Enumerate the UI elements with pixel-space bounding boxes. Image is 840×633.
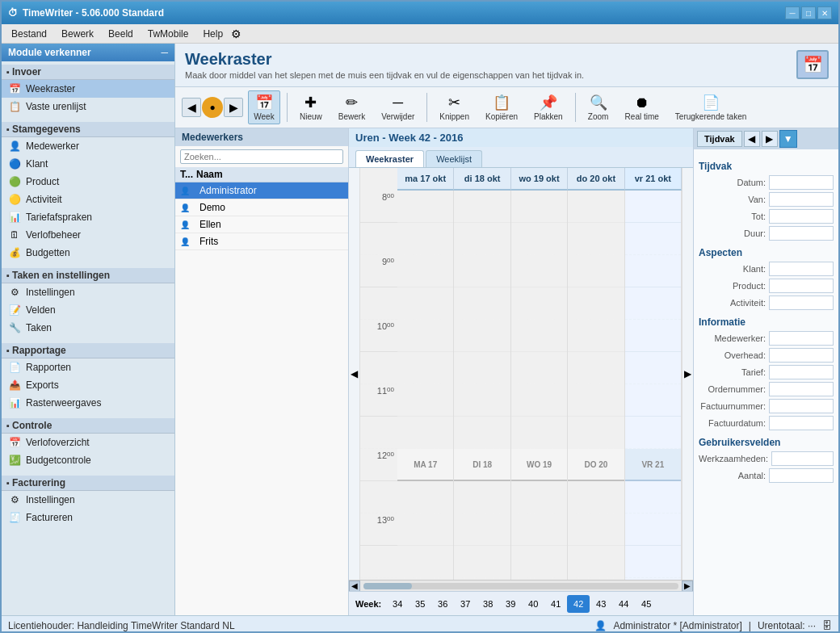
sidebar-item-product[interactable]: 🟢 Product [2, 173, 174, 191]
menu-bestand[interactable]: Bestand [5, 27, 53, 41]
nav-next-button[interactable]: ▶ [224, 98, 243, 117]
day-col-thu[interactable]: DO 20 [568, 191, 624, 580]
title-bar-controls[interactable]: ─ □ ✕ [785, 6, 832, 19]
list-item[interactable]: 👤 Ellen [175, 216, 348, 233]
nav-prev-button[interactable]: ◀ [182, 98, 201, 117]
sidebar-item-medewerker[interactable]: 👤 Medewerker [2, 137, 174, 155]
day-header-thu: do 20 okt [568, 168, 624, 191]
time-slots-body[interactable]: 800 900 1000 1100 1200 [360, 191, 682, 580]
menu-help[interactable]: Help [196, 27, 229, 41]
delete-button[interactable]: ─ Verwijder [376, 91, 420, 124]
klant-value[interactable] [769, 262, 834, 276]
search-input[interactable] [180, 149, 343, 164]
product-value[interactable] [769, 279, 834, 293]
day-col-tue[interactable]: DI 18 [454, 191, 510, 580]
sidebar-item-factureren[interactable]: 🧾 Factureren [2, 509, 174, 526]
settings-icon[interactable]: ⚙ [231, 27, 242, 40]
sidebar-item-budgetten[interactable]: 💰 Budgetten [2, 244, 174, 262]
datum-value[interactable] [769, 175, 834, 190]
sidebar-item-klant[interactable]: 🔵 Klant [2, 155, 174, 173]
sidebar-item-verlofoverzicht[interactable]: 📅 Verlofoverzicht [2, 434, 174, 451]
week-num-34[interactable]: 34 [386, 595, 409, 613]
minimize-button[interactable]: ─ [785, 6, 800, 19]
recurring-button[interactable]: 📄 Terugkerende taken [670, 90, 752, 124]
aantal-value[interactable] [769, 468, 834, 483]
factuurnummer-value[interactable] [769, 399, 834, 413]
tijdvak-section-tijdvak: Tijdvak [699, 161, 834, 172]
zoom-button[interactable]: 🔍 Zoom [582, 90, 615, 124]
week-num-45[interactable]: 45 [635, 595, 657, 613]
sidebar-item-instellingen-fact[interactable]: ⚙ Instellingen [2, 491, 174, 509]
day-col-mon[interactable]: MA 17 [397, 191, 454, 580]
menu-beeld[interactable]: Beeld [102, 27, 140, 41]
day-header-fri: vr 21 okt [625, 168, 682, 191]
werkzaamheden-value[interactable] [771, 451, 834, 466]
tab-weeklijst[interactable]: Weeklijst [426, 150, 482, 167]
day-headers-row: ma 17 okt di 18 okt wo 19 okt do 20 okt … [397, 168, 682, 191]
week-num-37[interactable]: 37 [454, 595, 477, 613]
week-num-42[interactable]: 42 [567, 595, 590, 613]
tijdvak-next-button[interactable]: ▶ [762, 131, 778, 147]
today-button[interactable]: ● [202, 97, 223, 118]
day-col-wed[interactable]: WO 19 [511, 191, 568, 580]
rasterweergaves-icon: 📊 [8, 396, 21, 409]
maximize-button[interactable]: □ [801, 6, 816, 19]
week-button[interactable]: 📅 Week [248, 90, 280, 124]
sidebar-item-taken[interactable]: 🔧 Taken [2, 319, 174, 337]
week-num-38[interactable]: 38 [477, 595, 499, 613]
sidebar-item-weekraster[interactable]: 📅 Weekraster [2, 80, 174, 98]
sidebar-item-tariefafspraken[interactable]: 📊 Tariefafspraken [2, 208, 174, 226]
close-button[interactable]: ✕ [817, 6, 832, 19]
list-item[interactable]: 👤 Administrator [175, 182, 348, 199]
sidebar-collapse-icon[interactable]: ─ [161, 47, 168, 58]
edit-button[interactable]: ✏ Bewerk [333, 90, 371, 124]
week-num-44[interactable]: 44 [612, 595, 635, 613]
time-label: 1000 [360, 320, 397, 352]
tarief-value[interactable] [769, 365, 834, 379]
sidebar-item-activiteit[interactable]: 🟡 Activiteit [2, 191, 174, 208]
tijdvak-tab[interactable]: Tijdvak [697, 131, 742, 147]
list-item[interactable]: 👤 Demo [175, 199, 348, 216]
scroll-thumb[interactable] [363, 583, 412, 589]
sidebar-item-rasterweergaves[interactable]: 📊 Rasterweergaves [2, 394, 174, 412]
grid-right-arrow[interactable]: ▶ [682, 168, 693, 580]
grid-left-arrow[interactable]: ◀ [349, 168, 360, 580]
activiteit-value[interactable] [769, 296, 834, 310]
horizontal-scrollbar[interactable]: ◀ ▶ [349, 580, 693, 591]
sidebar-item-vaste-urenlijst[interactable]: 📋 Vaste urenlijst [2, 98, 174, 115]
scroll-left-button[interactable]: ◀ [349, 581, 360, 592]
week-num-35[interactable]: 35 [409, 595, 431, 613]
menu-twmobile[interactable]: TwMobile [141, 27, 195, 41]
new-button[interactable]: ✚ Nieuw [294, 90, 328, 124]
sidebar-item-velden[interactable]: 📝 Velden [2, 301, 174, 319]
overhead-value[interactable] [769, 348, 834, 363]
duur-value[interactable] [769, 226, 834, 241]
week-num-43[interactable]: 43 [590, 595, 612, 613]
menu-bewerk[interactable]: Bewerk [55, 27, 100, 41]
week-num-39[interactable]: 39 [499, 595, 522, 613]
sidebar-item-budgetcontrole[interactable]: 💹 Budgetcontrole [2, 451, 174, 469]
scroll-right-button[interactable]: ▶ [682, 581, 693, 592]
sidebar-item-rapporten[interactable]: 📄 Rapporten [2, 358, 174, 376]
paste-button[interactable]: 📌 Plakken [528, 90, 569, 124]
week-num-40[interactable]: 40 [522, 595, 544, 613]
time-half [360, 481, 397, 514]
copy-button[interactable]: 📋 Kopiëren [480, 90, 523, 124]
sidebar-item-verlofbeheer[interactable]: 🗓 Verlofbeheer [2, 226, 174, 244]
week-num-36[interactable]: 36 [431, 595, 454, 613]
medewerker-info-value[interactable] [769, 331, 834, 346]
realtime-button[interactable]: ⏺ Real time [620, 91, 665, 124]
van-value[interactable] [769, 192, 834, 207]
day-col-fri[interactable]: VR 21 [625, 191, 682, 580]
tot-value[interactable] [769, 209, 834, 224]
cut-button[interactable]: ✂ Knippen [434, 90, 475, 124]
sidebar-item-instellingen-taken[interactable]: ⚙ Instellingen [2, 283, 174, 301]
tijdvak-expand-button[interactable]: ▼ [779, 130, 797, 148]
list-item[interactable]: 👤 Frits [175, 233, 348, 250]
ordernummer-value[interactable] [769, 382, 834, 396]
week-num-41[interactable]: 41 [544, 595, 567, 613]
factuurdatum-value[interactable] [769, 416, 834, 430]
sidebar-item-exports[interactable]: 📤 Exports [2, 376, 174, 394]
tijdvak-prev-button[interactable]: ◀ [744, 131, 760, 147]
tab-weekraster[interactable]: Weekraster [355, 150, 424, 167]
